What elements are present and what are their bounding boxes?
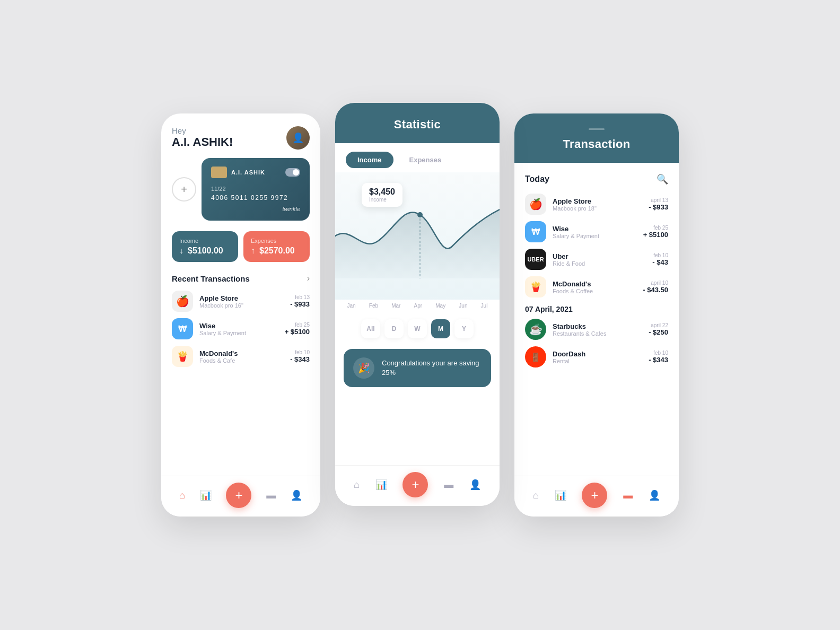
tx-sub: Restaurants & Cafes bbox=[553, 330, 642, 337]
tab-expenses[interactable]: Expenses bbox=[398, 152, 453, 168]
tx-name: McDonald's bbox=[553, 280, 636, 288]
drag-handle bbox=[589, 128, 605, 130]
nav-plus-button[interactable]: + bbox=[582, 483, 607, 508]
period-m-button[interactable]: M bbox=[431, 319, 450, 338]
nav-card-icon[interactable]: ▬ bbox=[623, 490, 633, 501]
tx-name: Starbucks bbox=[553, 322, 642, 330]
table-row: 🚪 DoorDash Rental feb 10 - $343 bbox=[525, 346, 668, 368]
expenses-inner: ↑ $2570.00 bbox=[251, 246, 302, 256]
right-header: Transaction bbox=[514, 113, 679, 163]
main-scene: Hey A.I. ASHIK! 👤 + A.I. ASHIK 11/22 bbox=[140, 82, 700, 548]
card-brand: twinkle bbox=[211, 206, 300, 212]
tx-date: april 22 bbox=[649, 322, 668, 328]
card-expiry: 11/22 bbox=[211, 186, 300, 192]
tx-date: april 13 bbox=[649, 197, 668, 203]
tx-sub: Ride & Food bbox=[553, 260, 646, 267]
starbucks-icon: ☕ bbox=[525, 319, 546, 340]
nav-card-icon[interactable]: ▬ bbox=[444, 479, 453, 491]
nav-chart-icon[interactable]: 📊 bbox=[200, 489, 212, 501]
income-chart bbox=[335, 172, 500, 278]
expenses-amount: $2570.00 bbox=[259, 246, 295, 256]
tx-info: Apple Store Macbook pro 16" bbox=[199, 294, 284, 309]
table-row: 🍎 Apple Store Macbook pro 16" feb 13 - $… bbox=[172, 291, 310, 312]
tx-info: Wise Salary & Payment bbox=[553, 225, 637, 239]
nav-chart-icon[interactable]: 📊 bbox=[375, 479, 387, 491]
avatar: 👤 bbox=[286, 126, 310, 150]
income-arrow-icon: ↓ bbox=[179, 246, 183, 256]
nav-card-icon[interactable]: ▬ bbox=[266, 490, 276, 501]
chevron-right-icon[interactable]: › bbox=[307, 274, 310, 283]
tx-right: feb 10 - $343 bbox=[290, 349, 310, 363]
nav-home-icon[interactable]: ⌂ bbox=[179, 490, 185, 501]
label-jun: Jun bbox=[459, 303, 467, 309]
tx-right: feb 10 - $343 bbox=[649, 350, 668, 364]
mcdonalds-icon: 🍟 bbox=[525, 276, 546, 298]
tx-date: feb 13 bbox=[290, 294, 310, 300]
tx-info: McDonald's Foods & Cafe bbox=[199, 349, 284, 364]
tx-right: feb 10 - $43 bbox=[652, 252, 668, 266]
tx-amount: - $343 bbox=[290, 355, 310, 363]
card-number: 4006 5011 0255 9972 bbox=[211, 194, 300, 202]
period-w-button[interactable]: W bbox=[408, 319, 427, 338]
income-inner: ↓ $5100.00 bbox=[179, 246, 231, 256]
expenses-arrow-icon: ↑ bbox=[251, 246, 255, 256]
center-bottom-nav: ⌂ 📊 + ▬ 👤 bbox=[335, 465, 500, 506]
apple-store-icon: 🍎 bbox=[172, 291, 193, 312]
tx-amount: - $343 bbox=[649, 356, 668, 364]
bank-card: A.I. ASHIK 11/22 4006 5011 0255 9972 twi… bbox=[202, 158, 310, 221]
table-row: 🍎 Apple Store Macbook pro 18" april 13 -… bbox=[525, 194, 668, 215]
tx-right: april 10 - $43.50 bbox=[643, 280, 668, 294]
tx-amount: + $5100 bbox=[285, 328, 310, 336]
greeting-row: Hey A.I. ASHIK! 👤 bbox=[172, 126, 310, 150]
tx-name: McDonald's bbox=[199, 349, 284, 357]
center-header: Statistic bbox=[335, 103, 500, 143]
tx-right: feb 25 + $5100 bbox=[285, 322, 310, 336]
tx-sub: Macbook pro 16" bbox=[199, 302, 284, 309]
tx-name: Uber bbox=[553, 252, 646, 260]
tx-right: april 22 - $250 bbox=[649, 322, 668, 336]
period-d-button[interactable]: D bbox=[384, 319, 404, 338]
tx-date: feb 10 bbox=[290, 349, 310, 355]
left-bottom-nav: ⌂ 📊 + ▬ 👤 bbox=[161, 476, 320, 517]
table-row: ☕ Starbucks Restaurants & Cafes april 22… bbox=[525, 319, 668, 340]
period-all-button[interactable]: All bbox=[361, 319, 380, 338]
tx-name: DoorDash bbox=[553, 350, 642, 358]
tx-name: Wise bbox=[553, 225, 637, 233]
tx-amount: - $43.50 bbox=[643, 286, 668, 294]
tx-info: Starbucks Restaurants & Cafes bbox=[553, 322, 642, 337]
expenses-stat-box: Expenses ↑ $2570.00 bbox=[243, 231, 310, 262]
tab-row: Income Expenses bbox=[335, 143, 500, 172]
card-toggle[interactable] bbox=[285, 168, 300, 177]
tx-sub: Foods & Coffee bbox=[553, 288, 636, 294]
tx-info: DoorDash Rental bbox=[553, 350, 642, 364]
expenses-label: Expenses bbox=[251, 238, 302, 244]
hey-text: Hey bbox=[172, 126, 233, 135]
add-card-button[interactable]: + bbox=[172, 177, 196, 202]
tx-amount: - $933 bbox=[290, 300, 310, 308]
tab-income[interactable]: Income bbox=[346, 152, 393, 168]
tx-date: april 10 bbox=[643, 280, 668, 286]
today-transactions-list: 🍎 Apple Store Macbook pro 18" april 13 -… bbox=[525, 194, 668, 298]
nav-plus-button[interactable]: + bbox=[402, 472, 428, 497]
nav-home-icon[interactable]: ⌂ bbox=[533, 490, 539, 501]
nav-home-icon[interactable]: ⌂ bbox=[354, 479, 360, 491]
search-icon[interactable]: 🔍 bbox=[657, 173, 668, 185]
nav-plus-button[interactable]: + bbox=[226, 483, 251, 508]
tx-sub: Salary & Payment bbox=[553, 233, 637, 239]
table-row: UBER Uber Ride & Food feb 10 - $43 bbox=[525, 249, 668, 270]
nav-person-icon[interactable]: 👤 bbox=[469, 479, 481, 491]
nav-person-icon[interactable]: 👤 bbox=[291, 489, 302, 501]
card-area: + A.I. ASHIK 11/22 4006 5011 0255 9972 t… bbox=[172, 158, 310, 221]
period-y-button[interactable]: Y bbox=[454, 319, 474, 338]
card-top: A.I. ASHIK bbox=[211, 167, 300, 178]
table-row: ₩ Wise Salary & Payment feb 25 + $5100 bbox=[525, 221, 668, 242]
card-chip bbox=[211, 167, 227, 178]
income-label: Income bbox=[179, 238, 231, 244]
tx-amount: - $933 bbox=[649, 203, 668, 211]
income-stat-box: Income ↓ $5100.00 bbox=[172, 231, 238, 262]
chart-tooltip: $3,450 Income bbox=[362, 183, 402, 207]
right-phone: Transaction Today 🔍 🍎 Apple Store Macboo… bbox=[514, 113, 679, 517]
nav-chart-icon[interactable]: 📊 bbox=[555, 489, 566, 501]
uber-icon: UBER bbox=[525, 249, 546, 270]
nav-person-icon[interactable]: 👤 bbox=[649, 489, 660, 501]
